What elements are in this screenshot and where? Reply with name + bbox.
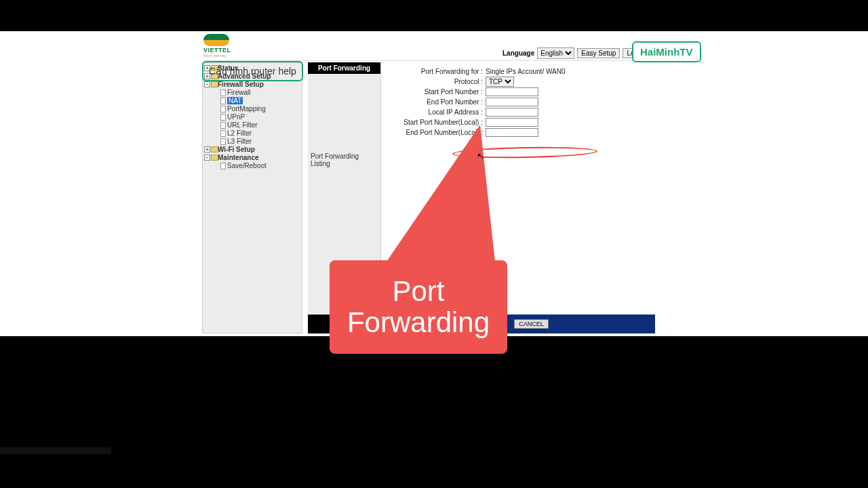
annotation-right: HaiMinhTV xyxy=(632,41,701,62)
plus-icon[interactable]: + xyxy=(204,146,210,152)
protocol-select[interactable]: TCP xyxy=(486,77,514,87)
annotation-callout-text: PortForwarding xyxy=(347,276,490,338)
sidebar: +Status +Advanced Setup −Firewall Setup … xyxy=(202,62,302,333)
doc-icon xyxy=(220,138,226,145)
start-port-local-label: Start Port Number(Local) : xyxy=(384,119,486,126)
logo-tagline: Say it your way xyxy=(203,54,231,58)
end-port-label: End Port Number : xyxy=(384,98,486,106)
language-label: Language xyxy=(502,49,534,57)
minus-icon[interactable]: − xyxy=(204,155,210,161)
sidebar-item-firewall-setup[interactable]: −Firewall Setup xyxy=(203,81,302,89)
start-port-label: Start Port Number : xyxy=(384,88,486,96)
logo-brand: VIETTEL xyxy=(203,47,231,54)
minus-icon[interactable]: − xyxy=(204,81,210,87)
section-listing: Port Forwarding Listing xyxy=(308,148,380,171)
section-title: Port Forwarding xyxy=(308,62,380,74)
logo: VIETTEL Say it your way xyxy=(203,34,231,58)
start-port-input[interactable] xyxy=(486,87,538,96)
header: VIETTEL Say it your way Language English… xyxy=(202,31,655,61)
cancel-button[interactable]: CANCEL xyxy=(514,319,549,329)
sidebar-item-nat[interactable]: NAT xyxy=(203,97,302,105)
for-label: Port Forwarding for : xyxy=(384,68,486,75)
doc-icon xyxy=(220,114,226,121)
doc-icon xyxy=(220,163,226,169)
doc-icon xyxy=(220,89,226,96)
doc-icon xyxy=(220,106,226,113)
sidebar-item-l3-filter[interactable]: L3 Filter xyxy=(203,138,302,146)
sidebar-item-save-reboot[interactable]: Save/Reboot xyxy=(203,162,302,170)
doc-icon xyxy=(220,122,226,129)
sidebar-item-url-filter[interactable]: URL Filter xyxy=(203,121,302,129)
doc-icon xyxy=(220,98,226,104)
folder-icon xyxy=(211,81,218,87)
end-port-local-label: End Port Number(Local) : xyxy=(384,129,486,136)
sidebar-item-l2-filter[interactable]: L2 Filter xyxy=(203,129,302,138)
sidebar-item-firewall[interactable]: Firewall xyxy=(203,89,302,97)
end-port-local-input[interactable] xyxy=(486,128,538,137)
doc-icon xyxy=(220,130,226,137)
annotation-callout: PortForwarding xyxy=(330,260,507,354)
easy-setup-button[interactable]: Easy Setup xyxy=(577,48,620,58)
local-ip-label: Local IP Address : xyxy=(384,108,486,116)
sidebar-item-maintenance[interactable]: −Maintenance xyxy=(203,154,302,162)
folder-icon xyxy=(211,146,218,152)
sidebar-item-upnp[interactable]: UPnP xyxy=(203,113,302,121)
start-port-local-input[interactable] xyxy=(486,118,538,127)
logo-icon xyxy=(203,34,229,46)
language-select[interactable]: English xyxy=(537,47,574,59)
protocol-label: Protocol : xyxy=(384,78,486,85)
for-value: Single IPs Account/ WAN0 xyxy=(486,68,565,75)
local-ip-input[interactable] xyxy=(486,108,538,117)
folder-icon xyxy=(211,155,218,161)
sidebar-item-portmapping[interactable]: PortMapping xyxy=(203,105,302,113)
sidebar-item-wifi[interactable]: +Wi-Fi Setup xyxy=(203,146,302,154)
annotation-left: Cấu hình router help xyxy=(202,61,303,81)
end-port-input[interactable] xyxy=(486,98,538,106)
taskbar-stub xyxy=(0,447,111,454)
